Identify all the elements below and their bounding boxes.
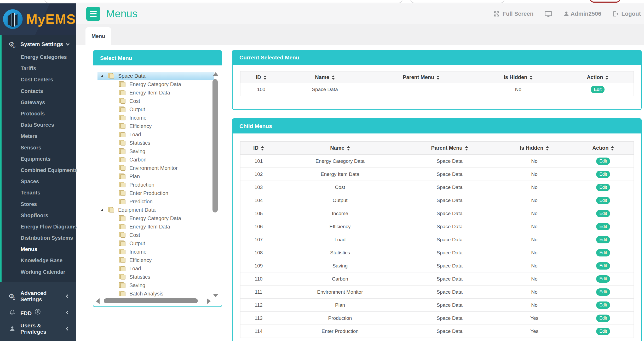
sidebar-item-distribution-systems[interactable]: Distribution Systems	[2, 232, 76, 244]
column-header-id[interactable]: ID	[240, 71, 282, 83]
scroll-up-icon[interactable]	[213, 72, 218, 76]
tree-node[interactable]: Load	[97, 130, 214, 139]
tree-node[interactable]: Energy Category Data	[97, 80, 214, 88]
sidebar-item-cost-centers[interactable]: Cost Centers	[2, 74, 76, 85]
tree-node[interactable]: Energy Item Data	[97, 222, 214, 231]
tree-node[interactable]: Production	[97, 181, 214, 189]
sidebar-item-equipments[interactable]: Equipments	[2, 153, 76, 165]
tree-node[interactable]: Income	[97, 114, 214, 122]
tree-node[interactable]: Efficiency	[97, 256, 214, 264]
tree-node[interactable]: Energy Item Data	[97, 88, 214, 97]
column-header-is-hidden[interactable]: Is Hidden	[496, 142, 573, 155]
folder-icon	[119, 182, 126, 188]
sidebar-toggle-button[interactable]	[86, 7, 100, 21]
sidebar-item-advanced-settings[interactable]: Advanced Settings	[0, 288, 76, 304]
sidebar-item-working-calendar[interactable]: Working Calendar	[2, 266, 76, 278]
scroll-down-icon[interactable]	[213, 294, 218, 297]
edit-button[interactable]: Edit	[596, 236, 610, 243]
horizontal-scroll-thumb[interactable]	[104, 298, 198, 303]
sidebar-item-stores[interactable]: Stores	[2, 198, 76, 210]
vertical-scroll-thumb[interactable]	[212, 79, 218, 213]
column-header-parent-menu[interactable]: Parent Menu	[368, 71, 475, 83]
edit-button[interactable]: Edit	[596, 184, 610, 191]
sidebar-item-users-privileges[interactable]: Users & Privileges	[0, 321, 76, 337]
sidebar-item-protocols[interactable]: Protocols	[2, 108, 76, 119]
sidebar-item-fdd[interactable]: FDD	[0, 304, 76, 321]
tree-node[interactable]: Cost	[97, 231, 214, 239]
column-header-is-hidden[interactable]: Is Hidden	[475, 71, 562, 83]
column-header-action[interactable]: Action	[562, 71, 634, 83]
cell-name: Energy Category Data	[277, 155, 403, 168]
scroll-left-icon[interactable]	[96, 298, 100, 304]
edit-button[interactable]: Edit	[596, 249, 610, 256]
column-header-id[interactable]: ID	[240, 142, 277, 155]
sidebar-item-energy-categories[interactable]: Energy Categories	[2, 52, 76, 63]
sidebar-item-energy-flow-diagrams[interactable]: Energy Flow Diagrams	[2, 221, 76, 232]
column-header-parent-menu[interactable]: Parent Menu	[403, 142, 496, 155]
tree-node[interactable]: Saving	[97, 281, 214, 289]
tree-node[interactable]: Plan	[97, 172, 214, 181]
column-header-action[interactable]: Action	[573, 142, 634, 155]
tab-menu[interactable]: Menu	[85, 27, 111, 45]
fullscreen-button[interactable]: Full Screen	[493, 10, 533, 17]
user-menu[interactable]: Admin2506	[563, 10, 601, 17]
edit-button[interactable]: Edit	[596, 288, 610, 296]
tree-node[interactable]: Saving	[97, 147, 214, 155]
sidebar-item-contacts[interactable]: Contacts	[2, 86, 76, 97]
cell-is-hidden: No	[496, 272, 573, 286]
sidebar-item-sensors[interactable]: Sensors	[2, 142, 76, 153]
tree-node[interactable]: Prediction	[97, 197, 214, 206]
column-header-name[interactable]: Name	[277, 142, 403, 155]
tree-node[interactable]: Statistics	[97, 273, 214, 281]
tree-node[interactable]: Enter Production	[97, 189, 214, 197]
tree-vertical-scrollbar[interactable]	[211, 72, 220, 301]
sidebar-item-tenants[interactable]: Tenants	[2, 187, 76, 198]
tree-horizontal-scrollbar[interactable]	[95, 298, 217, 304]
cell-is-hidden: No	[496, 181, 573, 194]
edit-button[interactable]: Edit	[596, 197, 610, 204]
tree-node[interactable]: Energy Category Data	[97, 214, 214, 222]
column-header-name[interactable]: Name	[282, 71, 368, 83]
edit-button[interactable]: Edit	[596, 171, 610, 178]
sidebar-item-shopfloors[interactable]: Shopfloors	[2, 210, 76, 221]
tree-node[interactable]: Environment Monitor	[97, 164, 214, 172]
edit-button[interactable]: Edit	[596, 315, 610, 322]
edit-button[interactable]: Edit	[596, 328, 610, 335]
display-button[interactable]	[544, 10, 552, 17]
tree-node[interactable]: Equipment Data	[97, 206, 214, 214]
edit-button[interactable]: Edit	[596, 262, 610, 270]
expander-icon[interactable]	[101, 209, 103, 211]
tree-node-label: Statistics	[129, 140, 150, 146]
tree-node[interactable]: Space Data	[97, 72, 214, 80]
expander-icon[interactable]	[101, 75, 103, 77]
sidebar-item-menus[interactable]: Menus	[2, 244, 76, 255]
cell-parent-menu: Space Data	[403, 325, 496, 338]
folder-icon	[119, 140, 126, 146]
sidebar-item-system-settings[interactable]: System Settings	[2, 38, 76, 50]
scroll-right-icon[interactable]	[207, 298, 211, 304]
sidebar-item-spaces[interactable]: Spaces	[2, 176, 76, 187]
tree-node[interactable]: Batch Analysis	[97, 289, 214, 298]
tree-node[interactable]: Statistics	[97, 139, 214, 147]
edit-button[interactable]: Edit	[596, 223, 610, 230]
logout-button[interactable]: Logout	[612, 10, 641, 17]
edit-button[interactable]: Edit	[596, 301, 610, 309]
tree-node[interactable]: Output	[97, 105, 214, 114]
edit-button[interactable]: Edit	[596, 275, 610, 283]
sidebar-item-data-sources[interactable]: Data Sources	[2, 119, 76, 131]
sidebar-item-meters[interactable]: Meters	[2, 131, 76, 142]
tree-node[interactable]: Cost	[97, 97, 214, 105]
tree-node[interactable]: Load	[97, 264, 214, 273]
sidebar-item-gateways[interactable]: Gateways	[2, 97, 76, 108]
sidebar-item-knowledge-base[interactable]: Knowledge Base	[2, 255, 76, 266]
edit-button[interactable]: Edit	[596, 210, 610, 217]
tree-node[interactable]: Output	[97, 239, 214, 248]
app-logo[interactable]: MyEMS	[0, 3, 76, 35]
sidebar-item-combined-equipments[interactable]: Combined Equipments	[2, 165, 76, 176]
edit-button[interactable]: Edit	[596, 158, 610, 165]
tree-node[interactable]: Carbon	[97, 155, 214, 164]
tree-node[interactable]: Efficiency	[97, 122, 214, 130]
sidebar-item-tariffs[interactable]: Tariffs	[2, 63, 76, 74]
edit-button[interactable]: Edit	[591, 86, 605, 93]
tree-node[interactable]: Income	[97, 248, 214, 256]
